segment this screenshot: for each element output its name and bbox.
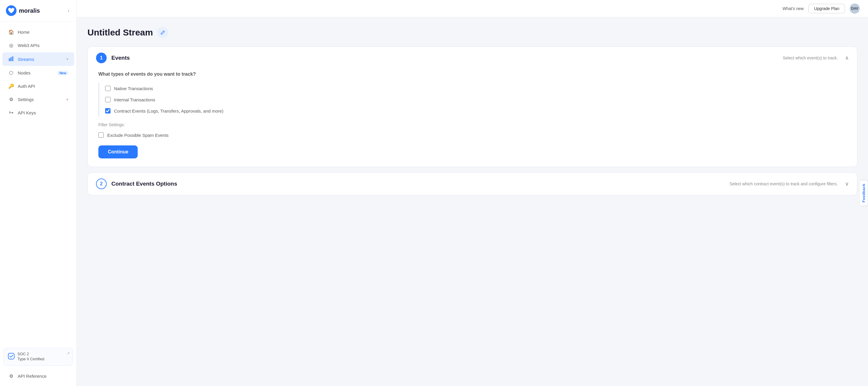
chevron-up-icon[interactable]: ∧ (845, 55, 849, 61)
native-transactions-item: Native Transactions (105, 83, 849, 94)
nodes-icon: ⬡ (8, 70, 14, 76)
web3apis-icon: ◎ (8, 42, 14, 48)
sidebar-item-apikeys[interactable]: 🗝 API Keys (2, 107, 74, 119)
sidebar-item-label: API Keys (18, 110, 68, 115)
streams-icon (8, 56, 14, 62)
events-card-title: Events (112, 55, 778, 61)
step-2-badge: 2 (96, 179, 107, 189)
native-transactions-label[interactable]: Native Transactions (114, 86, 153, 91)
events-question: What types of events do you want to trac… (98, 71, 849, 77)
contract-events-card-subtitle: Select which contract event(s) to track … (730, 181, 838, 186)
chevron-down-icon: ▾ (66, 97, 68, 102)
native-transactions-checkbox[interactable] (105, 86, 111, 91)
step-1-badge: 1 (96, 53, 107, 63)
events-card: 1 Events Select which event(s) to track.… (88, 47, 857, 167)
internal-transactions-item: Internal Transactions (105, 94, 849, 105)
contract-events-card-title: Contract Events Options (112, 181, 725, 187)
feedback-button[interactable]: Feedback (860, 180, 868, 206)
events-card-body: What types of events do you want to trac… (88, 69, 857, 167)
contract-events-checkbox[interactable] (105, 108, 111, 114)
topbar: What's new Upgrade Plan DAV (77, 0, 868, 18)
new-badge: New (57, 71, 68, 76)
sidebar-item-label: Home (18, 30, 68, 35)
sidebar-item-apireference[interactable]: ⚙ API Reference (2, 370, 74, 382)
spam-filter-item: Exclude Possible Spam Events (96, 130, 849, 140)
soc2-subtitle: Type II Certified (18, 357, 44, 362)
sidebar-item-authapi[interactable]: 🔑 Auth API (2, 80, 74, 92)
events-card-subtitle: Select which event(s) to track. (783, 56, 838, 60)
feedback-tab-container: Feedback (860, 180, 868, 206)
sidebar-nav: 🏠 Home ◎ Web3 APIs Streams ▾ ⬡ Nodes New (0, 22, 76, 344)
whats-new-link[interactable]: What's new (782, 6, 804, 11)
page-title-row: Untitled Stream (88, 27, 857, 38)
sidebar-logo-area: moralis ‹ (0, 0, 76, 22)
soc2-text: SOC 2 Type II Certified (18, 352, 44, 362)
contract-events-card: 2 Contract Events Options Select which c… (88, 172, 857, 196)
sidebar-collapse-button[interactable]: ‹ (67, 7, 71, 14)
external-link-icon: ↗ (66, 351, 70, 356)
apireference-icon: ⚙ (8, 373, 14, 379)
internal-transactions-label[interactable]: Internal Transactions (114, 97, 155, 102)
sidebar-item-streams[interactable]: Streams ▾ (2, 52, 74, 66)
contract-events-item: Contract Events (Logs, Transfers, Approv… (105, 105, 849, 116)
soc2-title: SOC 2 (18, 352, 44, 357)
sidebar-item-label: Auth API (18, 84, 68, 89)
chevron-down-icon[interactable]: ∨ (845, 181, 849, 187)
soc2-banner[interactable]: SOC 2 Type II Certified ↗ (4, 348, 73, 366)
sidebar-item-label: Nodes (18, 70, 54, 76)
event-type-list: Native Transactions Internal Transaction… (98, 83, 849, 116)
svg-rect-3 (13, 56, 13, 61)
home-icon: 🏠 (8, 29, 14, 35)
chevron-down-icon: ▾ (66, 57, 68, 61)
soc2-icon (8, 353, 14, 361)
events-card-header: 1 Events Select which event(s) to track.… (88, 47, 857, 69)
svg-rect-4 (8, 353, 14, 359)
sidebar-item-label: Web3 APIs (18, 43, 68, 48)
sidebar-item-home[interactable]: 🏠 Home (2, 26, 74, 38)
sidebar-item-nodes[interactable]: ⬡ Nodes New (2, 66, 74, 79)
svg-rect-2 (12, 56, 13, 61)
auth-icon: 🔑 (8, 83, 14, 89)
svg-rect-0 (9, 58, 10, 61)
page-title: Untitled Stream (88, 28, 153, 37)
edit-title-button[interactable] (157, 27, 168, 38)
apikeys-icon: 🗝 (8, 110, 14, 115)
logo-text: moralis (19, 7, 40, 14)
contract-events-label[interactable]: Contract Events (Logs, Transfers, Approv… (114, 109, 223, 114)
sidebar: moralis ‹ 🏠 Home ◎ Web3 APIs Streams ▾ (0, 0, 77, 386)
avatar[interactable]: DAV (850, 4, 860, 13)
exclude-spam-checkbox[interactable] (98, 132, 104, 138)
sidebar-item-label: API Reference (18, 374, 68, 379)
sidebar-item-label: Streams (18, 57, 63, 62)
upgrade-plan-button[interactable]: Upgrade Plan (808, 4, 845, 13)
internal-transactions-checkbox[interactable] (105, 97, 111, 102)
main-content: What's new Upgrade Plan DAV Untitled Str… (77, 0, 868, 386)
filter-settings-label: Filter Settings: (98, 122, 849, 127)
step-number: 2 (100, 181, 103, 186)
sidebar-item-label: Settings (18, 97, 63, 102)
logo-icon (6, 5, 17, 16)
exclude-spam-label[interactable]: Exclude Possible Spam Events (107, 133, 169, 138)
page-content: Untitled Stream 1 Events Select which ev… (77, 18, 868, 386)
sidebar-item-web3apis[interactable]: ◎ Web3 APIs (2, 39, 74, 52)
svg-rect-1 (10, 57, 11, 61)
contract-events-card-header: 2 Contract Events Options Select which c… (88, 173, 857, 195)
sidebar-item-settings[interactable]: ⚙ Settings ▾ (2, 93, 74, 106)
settings-icon: ⚙ (8, 97, 14, 102)
continue-button[interactable]: Continue (98, 145, 138, 158)
logo: moralis (6, 5, 40, 16)
step-number: 1 (100, 55, 103, 61)
